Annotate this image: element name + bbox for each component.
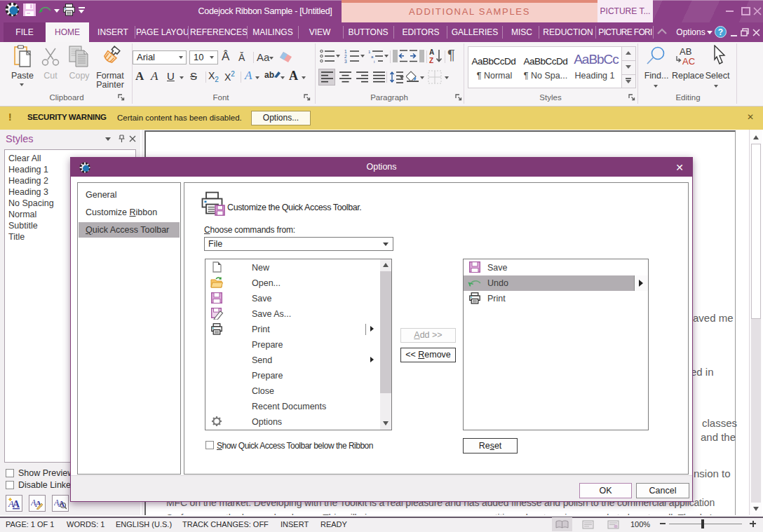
svg-text:A: A <box>429 48 434 56</box>
svg-text:A: A <box>13 499 20 510</box>
svg-text:3: 3 <box>344 59 347 64</box>
svg-text:2: 2 <box>344 54 347 59</box>
svg-text:1: 1 <box>368 50 371 54</box>
svg-text:AC: AC <box>682 56 695 66</box>
svg-text:AB: AB <box>680 46 691 57</box>
svg-text:a: a <box>371 55 374 59</box>
svg-text:Z: Z <box>429 57 433 64</box>
svg-text:?: ? <box>718 27 723 37</box>
svg-text:i: i <box>374 60 374 64</box>
